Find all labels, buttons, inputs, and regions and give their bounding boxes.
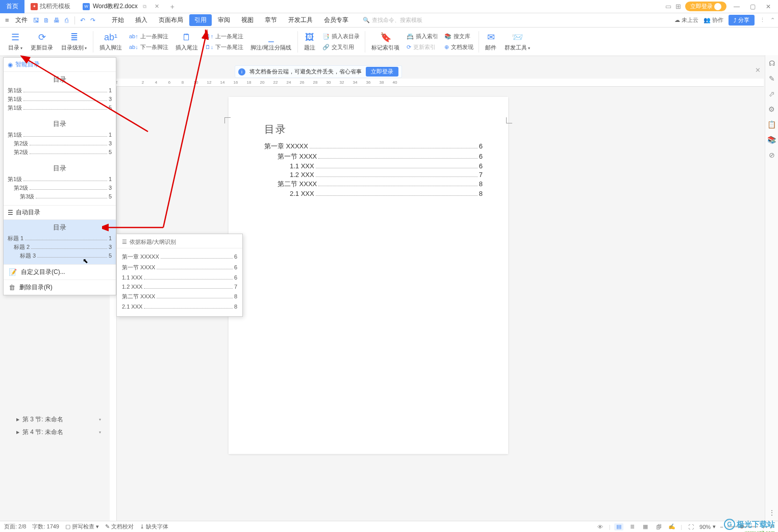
page-view-icon[interactable]: ▤	[614, 523, 623, 530]
separator-icon: ⎯	[268, 32, 274, 43]
web-view-icon[interactable]: ▦	[641, 523, 650, 530]
caption-icon: 🖼	[305, 32, 314, 43]
status-words[interactable]: 字数: 1749	[32, 523, 59, 530]
fit-icon[interactable]: ⛶	[686, 523, 695, 530]
chevron-down-icon[interactable]: ▾	[99, 430, 101, 435]
cloud-status[interactable]: ☁ 未上云	[674, 16, 698, 24]
mark-index-button[interactable]: 🔖 标记索引项	[367, 28, 404, 56]
tab-template[interactable]: ✦ 找稻壳模板	[24, 0, 77, 13]
info-icon: i	[238, 68, 245, 75]
mass-tool-button[interactable]: 📨 群发工具▾	[500, 28, 534, 56]
insert-caption-button[interactable]: 📑插入表目录	[322, 33, 360, 40]
prev-endnote-button[interactable]: 🗒↑上一条尾注	[205, 33, 244, 40]
palette-icon[interactable]: ☊	[769, 59, 775, 67]
qat-save-icon[interactable]: 🖫	[32, 16, 41, 25]
status-page[interactable]: 页面: 2/8	[4, 523, 26, 530]
outline-view-icon[interactable]: ≣	[628, 523, 637, 530]
qat-undo-icon[interactable]: ↶	[78, 16, 87, 25]
status-proof[interactable]: ✎ 文档校对	[105, 523, 134, 530]
toc-line: 第二节 XXXX8	[122, 291, 237, 302]
markup-icon[interactable]: ✍	[667, 523, 676, 530]
custom-toc-icon: 📝	[9, 268, 17, 276]
tab-close-icon[interactable]: ✕	[155, 3, 159, 10]
more-icon[interactable]: ⋮	[760, 17, 765, 23]
delete-toc-icon: 🗑	[9, 284, 15, 291]
document-page[interactable]: 目录 第一章 XXXXX6第一节 XXXX61.1 XXX61.2 XXX7第二…	[229, 97, 508, 454]
toc-line: 2.1 XXX8	[122, 302, 237, 311]
collapse-ribbon-icon[interactable]: ⌃	[770, 17, 775, 23]
insert-endnote-button[interactable]: 🗒 插入尾注	[171, 28, 202, 56]
library-icon[interactable]: 📚	[767, 136, 776, 144]
file-menu[interactable]: 文件	[12, 16, 31, 24]
window-maximize[interactable]: ▢	[747, 3, 759, 10]
apps-icon[interactable]: ⊞	[675, 3, 681, 10]
insert-footnote-button[interactable]: ab¹ 插入脚注	[95, 28, 126, 56]
tab-layout[interactable]: 页面布局	[154, 14, 188, 26]
delete-toc-item[interactable]: 🗑 删除目录(R)	[4, 280, 116, 295]
pen-icon[interactable]: ✎	[769, 74, 775, 83]
preview-header: ☰ 依据标题/大纲识别	[117, 236, 242, 248]
footnote-separator-button[interactable]: ⎯ 脚注/尾注分隔线	[246, 28, 295, 56]
toc-style-1[interactable]: 目录 第1级1第1级3第1级5	[4, 72, 116, 116]
update-toc-button[interactable]: ⟳ 更新目录	[27, 28, 57, 56]
insert-index-icon: 📇	[407, 33, 414, 40]
qat-print-preview-icon[interactable]: 🗎	[42, 16, 51, 25]
hamburger-icon[interactable]: ≡	[3, 16, 11, 24]
print-view-icon[interactable]: 🗐	[654, 523, 663, 530]
tab-start[interactable]: 开始	[107, 14, 129, 26]
login-button[interactable]: 立即登录	[685, 2, 726, 11]
next-endnote-button[interactable]: 🗒↓下一条尾注	[205, 43, 244, 51]
tab-home[interactable]: 首页	[0, 0, 24, 13]
cloud-login-button[interactable]: 立即登录	[366, 67, 398, 77]
tab-add[interactable]: +	[165, 0, 180, 13]
outline-item[interactable]: ▶ 第 4 节: 未命名 ▾	[14, 426, 103, 439]
tab-review[interactable]: 审阅	[213, 14, 235, 26]
status-font-missing[interactable]: ⤓ 缺失字体	[140, 523, 168, 530]
banner-close-icon[interactable]: ✕	[755, 66, 761, 74]
tab-sections[interactable]: 章节	[260, 14, 282, 26]
crossref-button[interactable]: 🔗交叉引用	[322, 43, 360, 51]
custom-toc-item[interactable]: 📝 自定义目录(C)...	[4, 264, 116, 280]
tab-dup-icon[interactable]: ⧉	[143, 4, 146, 10]
tab-document[interactable]: W Word教程2.docx ⧉ ✕	[77, 0, 165, 13]
horizontal-ruler[interactable]: 2246810121416182022242628303234363840	[110, 79, 764, 87]
sou-lib-button[interactable]: 📚搜文库	[444, 33, 473, 40]
prev-footnote-button[interactable]: ab↑上一条脚注	[129, 33, 168, 40]
select-icon[interactable]: ⬀	[769, 90, 775, 98]
outline-item[interactable]: ▶ 第 3 节: 未命名 ▾	[14, 413, 103, 426]
more-tools-icon[interactable]: ⋮	[768, 509, 775, 517]
layout-icon[interactable]: ▭	[665, 3, 671, 10]
chevron-down-icon[interactable]: ▾	[99, 417, 101, 422]
next-footnote-button[interactable]: ab↓下一条脚注	[129, 43, 168, 51]
window-close[interactable]: ✕	[763, 3, 774, 10]
doc-discover-button[interactable]: ⊕文档发现	[444, 43, 473, 51]
help-icon[interactable]: ⊘	[769, 151, 775, 159]
insert-index-button[interactable]: 📇插入索引	[407, 33, 438, 40]
caption-button[interactable]: 🖼 题注	[300, 28, 319, 56]
toc-level-button[interactable]: ≣ 目录级别▾	[57, 28, 91, 56]
zoom-out-icon[interactable]: −	[720, 524, 723, 530]
toc-button[interactable]: ☰ 目录▾	[4, 28, 27, 56]
command-search[interactable]: 🔍 查找命令、搜索模板	[363, 16, 422, 24]
qat-redo-icon[interactable]: ↷	[88, 16, 97, 25]
tab-member[interactable]: 会员专享	[319, 14, 354, 26]
tab-view[interactable]: 视图	[236, 14, 259, 26]
qat-print-icon[interactable]: 🖶	[52, 16, 61, 25]
toc-style-2[interactable]: 目录 第1级1第2级3第2级5	[4, 116, 116, 161]
tab-references[interactable]: 引用	[189, 14, 212, 26]
tab-insert[interactable]: 插入	[130, 14, 153, 26]
reading-mode-icon[interactable]: 👁	[595, 523, 605, 530]
mail-button[interactable]: ✉ 邮件	[481, 28, 500, 56]
status-spell[interactable]: ▢ 拼写检查 ▾	[65, 523, 99, 530]
share-button[interactable]: ⤴分享	[729, 15, 755, 26]
window-minimize[interactable]: —	[731, 3, 743, 10]
tab-dev[interactable]: 开发工具	[283, 14, 318, 26]
toc-style-auto[interactable]: 目录 标题 11标题 23标题 35	[4, 220, 116, 264]
settings-icon[interactable]: ⚙	[768, 105, 775, 113]
qat-format-icon[interactable]: ⎙	[62, 16, 71, 25]
toc-style-3[interactable]: 目录 第1级1第2级3第3级5	[4, 161, 116, 205]
zoom-control[interactable]: 90% ▾	[699, 523, 716, 530]
clipboard-icon[interactable]: 📋	[767, 120, 776, 129]
tab-template-label: 找稻壳模板	[40, 2, 70, 11]
collab-button[interactable]: 👥 协作	[704, 16, 723, 24]
